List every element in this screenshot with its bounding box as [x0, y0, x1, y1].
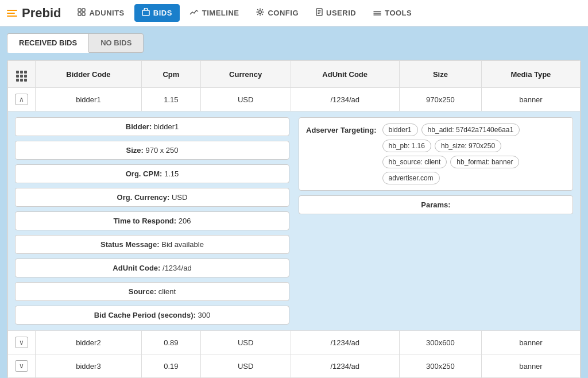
- tag-hb-size: hb_size: 970x250: [435, 140, 501, 152]
- tag-bidder1: bidder1: [382, 124, 418, 136]
- targeting-label: Adserver Targeting:: [306, 124, 377, 134]
- row2-expand-cell: ∨: [8, 331, 36, 354]
- info-source: Source: client: [15, 282, 289, 301]
- row2-bidder-code: bidder2: [36, 331, 142, 354]
- row2-currency: USD: [200, 331, 291, 354]
- row1-bidder-code: bidder1: [36, 88, 142, 111]
- nav-tools[interactable]: TOOLS: [366, 5, 419, 22]
- bid-tabs: RECEIVED BIDS NO BIDS: [7, 33, 581, 53]
- expanded-content-1: Bidder: bidder1 Size: 970 x 250 Org. CPM…: [8, 111, 580, 330]
- row3-currency: USD: [200, 354, 291, 378]
- expand-button-2[interactable]: ∨: [15, 337, 28, 348]
- nav-tools-label: TOOLS: [385, 9, 412, 17]
- row2-adunit-code: /1234/ad: [291, 331, 399, 354]
- nav-adunits[interactable]: ADUNITS: [70, 4, 131, 22]
- info-bidder: Bidder: bidder1: [15, 117, 289, 136]
- nav-userid[interactable]: USERID: [308, 4, 363, 22]
- info-time-to-respond: Time to Respond: 206: [15, 211, 289, 230]
- info-org-cpm: Org. CPM: 1.15: [15, 164, 289, 183]
- col-cpm: Cpm: [141, 61, 200, 88]
- row1-media-type: banner: [481, 88, 580, 111]
- row3-adunit-code: /1234/ad: [291, 354, 399, 378]
- table-row: ∨ bidder3 0.19 USD /1234/ad 300x250 bann…: [8, 354, 581, 378]
- expanded-row-1: Bidder: bidder1 Size: 970 x 250 Org. CPM…: [8, 111, 581, 331]
- timeline-icon: [189, 9, 199, 18]
- params-box: Params:: [299, 195, 573, 214]
- row2-cpm: 0.89: [141, 331, 200, 354]
- row1-size: 970x250: [399, 88, 481, 111]
- nav-config[interactable]: CONFIG: [249, 4, 306, 22]
- col-expand: [8, 61, 36, 88]
- nav-config-label: CONFIG: [268, 9, 299, 17]
- info-adunit-code: AdUnit Code: /1234/ad: [15, 259, 289, 277]
- row3-expand-cell: ∨: [8, 354, 36, 378]
- table-row: ∨ bidder2 0.89 USD /1234/ad 300x600 bann…: [8, 331, 581, 354]
- bids-table-container: Bidder Code Cpm Currency AdUnit Code Siz…: [7, 60, 581, 378]
- expanded-left-1: Bidder: bidder1 Size: 970 x 250 Org. CPM…: [15, 117, 299, 325]
- expanded-cell-1: Bidder: bidder1 Size: 970 x 250 Org. CPM…: [8, 111, 581, 331]
- tag-hb-pb: hb_pb: 1.16: [382, 140, 431, 152]
- bids-icon: [142, 8, 150, 18]
- svg-rect-3: [82, 13, 85, 16]
- nav-adunits-label: ADUNITS: [89, 9, 124, 17]
- row1-adunit-code: /1234/ad: [291, 88, 399, 111]
- targeting-tags: bidder1 hb_adid: 57d42a7140e6aa1 hb_pb: …: [382, 124, 566, 184]
- main-content: RECEIVED BIDS NO BIDS Bidder Code Cpm Cu…: [0, 26, 588, 378]
- nav-bids-label: BIDS: [153, 9, 172, 17]
- grid-icon: [16, 71, 27, 82]
- col-adunit-code: AdUnit Code: [291, 61, 399, 88]
- row1-cpm: 1.15: [141, 88, 200, 111]
- col-size: Size: [399, 61, 481, 88]
- col-bidder-code: Bidder Code: [36, 61, 142, 88]
- nav-timeline-label: TIMELINE: [202, 9, 239, 17]
- row2-size: 300x600: [399, 331, 481, 354]
- info-size: Size: 970 x 250: [15, 141, 289, 160]
- info-bid-cache: Bid Cache Period (seconds): 300: [15, 306, 289, 325]
- tag-hb-source: hb_source: client: [382, 156, 447, 168]
- table-header-row: Bidder Code Cpm Currency AdUnit Code Siz…: [8, 61, 581, 88]
- tag-hb-format: hb_format: banner: [450, 156, 519, 168]
- row1-expand-cell: ∧: [8, 88, 36, 111]
- row1-currency: USD: [200, 88, 291, 111]
- userid-icon: [316, 8, 323, 18]
- logo-text: Prebid: [22, 6, 61, 21]
- bids-table: Bidder Code Cpm Currency AdUnit Code Siz…: [7, 60, 581, 378]
- logo: Prebid: [7, 6, 61, 21]
- row3-size: 300x250: [399, 354, 481, 378]
- row3-bidder-code: bidder3: [36, 354, 142, 378]
- row3-media-type: banner: [481, 354, 580, 378]
- expanded-right-1: Adserver Targeting: bidder1 hb_adid: 57d…: [299, 117, 573, 325]
- config-icon: [256, 8, 264, 18]
- nav-bids[interactable]: BIDS: [134, 4, 180, 22]
- svg-rect-4: [142, 10, 149, 16]
- info-status-message: Status Message: Bid available: [15, 235, 289, 254]
- adunits-icon: [78, 8, 86, 18]
- collapse-button-1[interactable]: ∧: [15, 94, 28, 105]
- info-org-currency: Org. Currency: USD: [15, 188, 289, 207]
- targeting-row: Adserver Targeting: bidder1 hb_adid: 57d…: [306, 124, 566, 184]
- table-row: ∧ bidder1 1.15 USD /1234/ad 970x250 bann…: [8, 88, 581, 111]
- row3-cpm: 0.19: [141, 354, 200, 378]
- svg-rect-1: [82, 9, 85, 11]
- header: Prebid ADUNITS BIDS TIMELINE CONFIG: [0, 0, 588, 26]
- nav-timeline[interactable]: TIMELINE: [182, 5, 247, 22]
- adserver-targeting-box: Adserver Targeting: bidder1 hb_adid: 57d…: [299, 117, 573, 191]
- col-currency: Currency: [200, 61, 291, 88]
- menu-icon: [7, 10, 17, 17]
- tag-advertiser: advertiser.com: [382, 172, 440, 184]
- tools-icon: [373, 9, 381, 18]
- tab-received-bids[interactable]: RECEIVED BIDS: [7, 33, 89, 53]
- main-nav: ADUNITS BIDS TIMELINE CONFIG USERID: [70, 4, 419, 22]
- row2-media-type: banner: [481, 331, 580, 354]
- svg-point-5: [259, 11, 262, 14]
- tab-no-bids[interactable]: NO BIDS: [89, 33, 144, 53]
- nav-userid-label: USERID: [326, 9, 356, 17]
- tag-hb-adid: hb_adid: 57d42a7140e6aa1: [421, 124, 520, 136]
- expand-button-3[interactable]: ∨: [15, 360, 28, 372]
- col-media-type: Media Type: [481, 61, 580, 88]
- svg-rect-2: [78, 13, 81, 16]
- svg-rect-0: [78, 9, 81, 11]
